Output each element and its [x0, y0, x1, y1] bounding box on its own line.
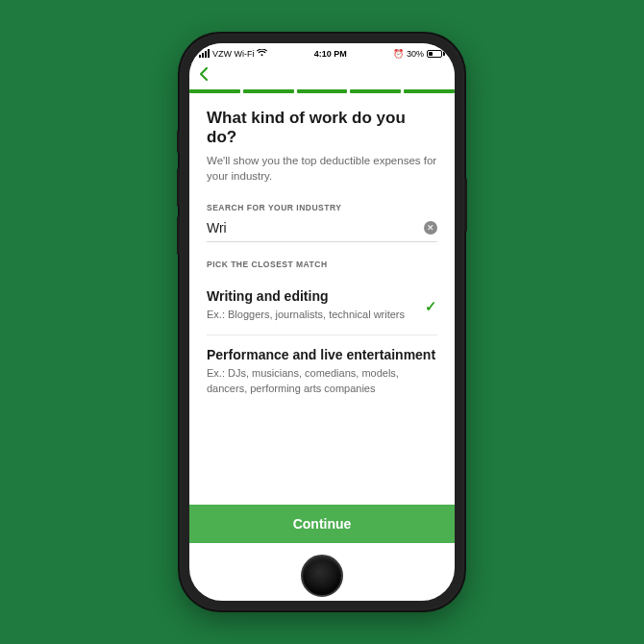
- home-button[interactable]: [301, 555, 343, 597]
- status-bar: VZW Wi-Fi 4:10 PM ⏰ 30%: [189, 43, 455, 61]
- mute-switch: [177, 130, 180, 153]
- page-subtitle: We'll show you the top deductible expens…: [207, 153, 437, 184]
- continue-label: Continue: [293, 516, 352, 532]
- search-row: ✕: [207, 220, 437, 242]
- status-left: VZW Wi-Fi: [199, 49, 267, 59]
- back-button[interactable]: [197, 65, 211, 85]
- option-subtitle: Ex.: DJs, musicians, comedians, models, …: [207, 366, 437, 397]
- phone-frame: VZW Wi-Fi 4:10 PM ⏰ 30%: [180, 34, 464, 610]
- clear-icon[interactable]: ✕: [424, 221, 437, 235]
- home-area: [189, 543, 455, 601]
- status-right: ⏰ 30%: [393, 49, 445, 59]
- option-performance[interactable]: Performance and live entertainment Ex.: …: [207, 335, 437, 409]
- search-input[interactable]: [207, 220, 424, 235]
- power-button: [464, 178, 467, 232]
- option-title: Writing and editing: [207, 288, 417, 304]
- wifi-icon: [257, 49, 267, 59]
- volume-down: [177, 216, 180, 255]
- results-label: PICK THE CLOSEST MATCH: [207, 260, 437, 269]
- signal-bars-icon: [199, 49, 210, 58]
- content: What kind of work do you do? We'll show …: [189, 93, 455, 505]
- option-subtitle: Ex.: Bloggers, journalists, technical wr…: [207, 308, 417, 323]
- clock: 4:10 PM: [314, 49, 347, 59]
- nav-bar: [189, 61, 455, 89]
- alarm-icon: ⏰: [393, 49, 404, 59]
- option-title: Performance and live entertainment: [207, 347, 437, 362]
- battery-icon: [427, 50, 445, 58]
- battery-percent: 30%: [407, 49, 424, 59]
- option-writing-editing[interactable]: Writing and editing Ex.: Bloggers, journ…: [207, 277, 437, 335]
- page-title: What kind of work do you do?: [207, 109, 437, 147]
- screen: VZW Wi-Fi 4:10 PM ⏰ 30%: [189, 43, 455, 601]
- volume-up: [177, 168, 180, 207]
- continue-button[interactable]: Continue: [189, 505, 455, 543]
- carrier-label: VZW Wi-Fi: [212, 49, 254, 59]
- search-label: SEARCH FOR YOUR INDUSTRY: [207, 203, 437, 212]
- checkmark-icon: ✓: [417, 288, 437, 315]
